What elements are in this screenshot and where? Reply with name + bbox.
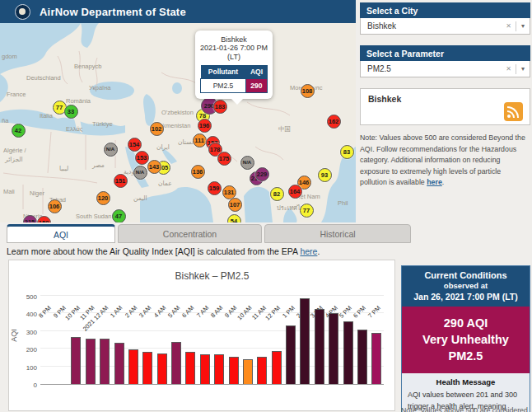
map-country-label: South Sudan <box>76 213 111 220</box>
map-marker[interactable]: 33 <box>64 105 78 119</box>
map-marker[interactable]: N/A <box>133 166 147 180</box>
chart-bar[interactable] <box>257 357 267 384</box>
chart-bar[interactable] <box>329 313 338 384</box>
map-marker[interactable]: 83 <box>340 145 354 159</box>
map-marker[interactable]: 82 <box>270 187 284 201</box>
chart-plot-area: 01002003004005008 PM9 PM10 PM11 PM2021 1… <box>40 297 384 385</box>
chart-bar[interactable] <box>71 337 81 384</box>
chart-y-tick: 400 <box>16 311 37 318</box>
rss-icon[interactable] <box>504 102 523 121</box>
parameter-select[interactable]: PM2.5 ✕ ▾ <box>360 61 530 77</box>
bottom-cut-note: Note: Values above 500 are considered Be… <box>401 406 530 412</box>
popup-col-aqi: AQI <box>245 65 267 79</box>
aqi-map[interactable]: gdomBenapycbDeutschlandУкраїнаFranceRomâ… <box>0 23 356 222</box>
learn-more-text: Learn more about how the Air Quality Ind… <box>7 246 320 256</box>
chart-bar[interactable] <box>171 342 181 384</box>
map-marker[interactable]: 42 <box>12 124 26 138</box>
learn-more-here-link[interactable]: here <box>300 246 317 256</box>
chart-bar[interactable] <box>229 357 239 384</box>
learn-more-body: Learn more about how the Air Quality Ind… <box>7 246 300 256</box>
map-marker[interactable]: 159 <box>208 181 222 195</box>
chart-bar[interactable] <box>300 298 310 384</box>
map-marker[interactable]: 47 <box>112 209 126 223</box>
chart-x-tick: 8 PM <box>37 304 53 320</box>
learn-more-suffix: . <box>317 246 320 256</box>
popup-col-pollutant: Pollutant <box>201 65 246 79</box>
chart-y-tick: 500 <box>16 293 37 301</box>
map-country-label: 中国 <box>278 125 291 133</box>
popup-city: Bishkek <box>199 35 268 44</box>
popup-datetime: 2021-01-26 7:00 PM <box>199 44 268 53</box>
map-marker[interactable]: N/A <box>104 143 118 157</box>
map-marker[interactable]: 111 <box>193 133 207 147</box>
map-marker[interactable]: 154 <box>128 138 142 152</box>
view-tabs: AQI Concentration Historical <box>0 224 532 243</box>
current-conditions-panel: Current Conditions observed at Jan 26, 2… <box>401 265 530 412</box>
chart-gridline <box>40 295 384 296</box>
beyond-aqi-note: Note: Values above 500 are considered Be… <box>360 133 528 189</box>
map-marker[interactable]: 183 <box>213 100 227 114</box>
map-marker[interactable]: 77 <box>300 204 314 218</box>
chart-bar[interactable] <box>128 349 138 384</box>
conditions-datetime: Jan 26, 2021 7:00 PM (LT) <box>404 292 528 302</box>
aqi-bar-chart: Bishkek – PM2.5 AQI 01002003004005008 PM… <box>8 260 395 411</box>
map-marker[interactable]: 131 <box>222 185 236 199</box>
chart-x-tick: 6 PM <box>352 304 368 320</box>
map-marker[interactable]: 106 <box>48 199 62 213</box>
map-country-label: الجزائر <box>5 156 23 163</box>
chart-bar[interactable] <box>114 343 124 385</box>
chart-bar[interactable] <box>371 333 381 384</box>
chart-bar[interactable] <box>157 353 167 384</box>
clear-city-icon[interactable]: ✕ <box>502 22 516 30</box>
chart-x-tick: 3 AM <box>138 304 152 319</box>
chart-bar[interactable] <box>200 354 210 384</box>
chart-bar[interactable] <box>315 309 324 384</box>
clear-parameter-icon[interactable]: ✕ <box>502 65 516 73</box>
chart-bar[interactable] <box>142 352 152 384</box>
conditions-header: Current Conditions observed at Jan 26, 2… <box>402 266 530 307</box>
map-marker[interactable]: 175 <box>217 152 231 166</box>
map-marker[interactable]: 120 <box>96 191 110 205</box>
map-country-label: Algérie / <box>3 147 26 154</box>
popup-table: Pollutant AQI PM2.5 290 <box>200 65 268 93</box>
chevron-down-icon[interactable]: ▾ <box>516 22 525 30</box>
chart-bar[interactable] <box>243 359 253 384</box>
map-marker[interactable]: 162 <box>327 115 341 129</box>
map-marker[interactable]: 136 <box>191 165 205 179</box>
chart-x-tick: 2 AM <box>124 304 138 319</box>
chart-bar[interactable] <box>100 339 110 384</box>
tab-aqi[interactable]: AQI <box>7 224 115 243</box>
map-marker[interactable]: 153 <box>135 151 149 165</box>
map-marker[interactable]: 229 <box>255 167 269 181</box>
feed-city-title: Bishkek <box>361 89 530 104</box>
map-country-label: Benapycb <box>74 63 101 70</box>
map-marker[interactable]: 93 <box>318 168 332 182</box>
map-marker[interactable]: 143 <box>147 160 161 174</box>
chart-bar[interactable] <box>286 325 296 384</box>
map-marker[interactable]: 164 <box>288 185 302 199</box>
map-marker[interactable]: 107 <box>228 198 242 212</box>
chevron-down-icon[interactable]: ▾ <box>516 65 525 73</box>
city-select[interactable]: Bishkek ✕ ▾ <box>360 18 530 35</box>
state-department-seal-icon <box>15 4 30 20</box>
map-country-label: Niger <box>30 190 44 197</box>
conditions-aqi-banner: 290 AQI Very Unhealthy PM2.5 <box>402 307 530 373</box>
chart-bar[interactable] <box>357 330 367 384</box>
map-marker[interactable]: N/A <box>240 156 254 170</box>
select-parameter-box: Select a Parameter PM2.5 ✕ ▾ <box>360 45 530 77</box>
chart-bar[interactable] <box>214 354 224 384</box>
map-marker[interactable]: 196 <box>198 119 212 133</box>
airnow-dashboard: AirNow Department of State <box>0 0 532 412</box>
chart-bar[interactable] <box>272 351 282 384</box>
map-marker[interactable]: 108 <box>301 84 315 98</box>
map-marker[interactable]: 54 <box>227 214 241 223</box>
tab-historical[interactable]: Historical <box>264 224 411 243</box>
map-marker[interactable]: 102 <box>150 122 164 136</box>
note-here-link[interactable]: here <box>427 178 442 186</box>
map-marker[interactable]: 151 <box>114 174 128 188</box>
chart-bar[interactable] <box>343 321 353 384</box>
city-select-value: Bishkek <box>367 21 502 30</box>
chart-bar[interactable] <box>86 339 96 384</box>
chart-bar[interactable] <box>185 352 195 384</box>
tab-concentration[interactable]: Concentration <box>118 224 262 243</box>
